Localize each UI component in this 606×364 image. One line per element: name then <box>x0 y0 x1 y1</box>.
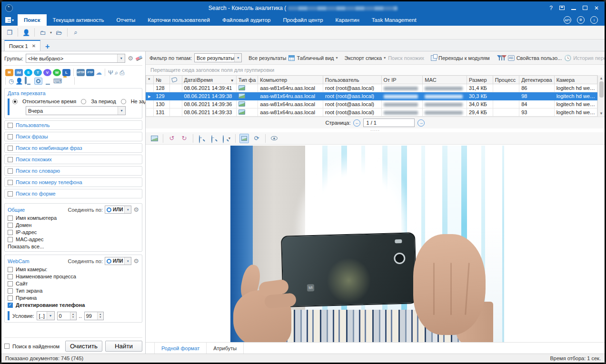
view-eye-icon[interactable] <box>269 134 279 143</box>
export-dropdown-caret[interactable]: ▾ <box>50 30 52 35</box>
device-search-icon[interactable]: ⌕ <box>115 69 118 76</box>
tab-quarantine[interactable]: Карантин <box>329 14 366 26</box>
mail-channel-icon[interactable]: ✉ <box>5 69 13 76</box>
col-row-indicator[interactable]: * <box>146 76 154 84</box>
ftp-channel-icon[interactable]: FTP <box>86 69 94 76</box>
http-channel-icon[interactable]: HTTP <box>77 69 85 76</box>
common-join-select[interactable]: ИЛИ▾ <box>105 206 131 214</box>
condition-operator-select[interactable]: [..]▾ <box>37 311 55 320</box>
webcam-settings-icon[interactable]: ⚙ <box>133 257 139 265</box>
zoom-out-icon[interactable]: − <box>209 134 219 143</box>
checkbox[interactable] <box>8 180 13 185</box>
keyboard-capture-icon[interactable]: ⌨ <box>53 78 62 84</box>
relative-time-select[interactable]: Вчера▾ <box>26 106 126 115</box>
tab-attributes[interactable]: Атрибуты <box>207 343 244 354</box>
zoom-level-dropdown[interactable]: ▾ <box>222 134 231 143</box>
col-from-ip[interactable]: От IP <box>381 76 423 84</box>
checkbox[interactable] <box>8 123 13 128</box>
tab-task-management[interactable]: Task Management <box>366 14 423 26</box>
files-capture-icon[interactable] <box>63 78 71 85</box>
program-time-icon[interactable]: ◷ <box>9 78 14 84</box>
im-channel-icon[interactable]: IM <box>15 69 23 76</box>
checkbox[interactable] <box>8 157 13 162</box>
tab-user-cards[interactable]: Карточки пользователей <box>141 14 216 26</box>
col-user[interactable]: Пользователь <box>323 76 381 84</box>
user-search-icon[interactable]: 👤 <box>21 28 31 37</box>
checkbox-ip-address[interactable] <box>8 230 13 235</box>
groups-select[interactable]: <Не выбрано>▾ <box>26 54 126 63</box>
tab-native-format[interactable]: Родной формат <box>154 343 207 354</box>
all-results-button[interactable]: Все результаты <box>248 55 286 61</box>
checkbox-search-in-found[interactable] <box>4 344 10 349</box>
radio-relative-time[interactable] <box>12 99 18 104</box>
col-num[interactable]: № <box>154 76 170 84</box>
restore-button[interactable] <box>583 6 587 10</box>
filter-user[interactable]: Пользователь <box>4 120 142 130</box>
filter-phrase-combination[interactable]: Поиск по комбинации фраз <box>4 143 142 153</box>
help-button[interactable]: ? <box>549 5 553 11</box>
add-tab-button[interactable]: + <box>40 42 54 51</box>
app-menu-button[interactable]: ▾ <box>1 14 18 26</box>
modules-transition-button[interactable]: Переходы к модулям <box>431 55 490 61</box>
filter-dictionary[interactable]: Поиск по словарю <box>4 166 142 176</box>
checkbox-domain[interactable] <box>8 223 13 228</box>
tab-file-auditor[interactable]: Файловый аудитор <box>216 14 277 26</box>
pin-to-screen-button[interactable] <box>559 6 565 10</box>
col-filetype[interactable]: Тип фа <box>236 76 258 84</box>
checkbox-computer-name[interactable] <box>8 216 13 221</box>
common-settings-icon[interactable]: ⚙ <box>133 206 139 213</box>
checkbox-screen-type[interactable] <box>8 288 13 294</box>
services-icon[interactable]: ⚙ <box>577 16 585 24</box>
rotate-right-icon[interactable]: ↻ <box>179 134 189 143</box>
table-row[interactable]: 130 08.06.2021 14:39:36 aas-w81x64ru.aas… <box>146 100 597 108</box>
checkbox-reason[interactable] <box>8 295 13 301</box>
next-page-button[interactable]: → <box>417 119 425 127</box>
tab-search[interactable]: Поиск <box>18 14 47 26</box>
checkbox[interactable] <box>8 134 13 139</box>
close-tab-icon[interactable]: ✕ <box>32 43 36 49</box>
type-filter-select[interactable]: Все результаты▾ <box>194 53 242 62</box>
checkbox[interactable] <box>8 191 13 197</box>
condition-to-stepper[interactable]: 99▲▼ <box>84 312 104 320</box>
col-camera[interactable]: Камера <box>554 76 597 84</box>
col-date[interactable]: Дата\Время▼ <box>182 76 236 84</box>
api-icon[interactable]: API <box>564 16 571 24</box>
col-tag[interactable] <box>170 76 182 84</box>
table-row[interactable]: 131 08.06.2021 14:39:33 aas-w81x64ru.aas… <box>146 108 597 117</box>
viber-channel-icon[interactable]: V <box>43 69 51 76</box>
webcam-join-select[interactable]: ИЛИ▾ <box>105 257 131 265</box>
fit-to-window-icon[interactable] <box>239 134 249 143</box>
cloud-channel-icon[interactable]: ☁ <box>96 69 102 76</box>
col-computer[interactable]: Компьютер <box>258 76 323 84</box>
filter-similar[interactable]: Поиск похожих <box>4 155 142 164</box>
import-search-icon[interactable]: 🗁 <box>54 28 64 37</box>
checkbox-process-name[interactable] <box>8 274 13 279</box>
page-input[interactable]: 1 / 1 <box>363 118 415 127</box>
checkbox-phone-detection[interactable] <box>8 303 13 308</box>
col-detect[interactable]: Детектирова <box>519 76 555 84</box>
show-all-link[interactable]: Показать все... <box>8 244 139 249</box>
microphone-capture-icon[interactable] <box>44 78 52 85</box>
webcam-capture-icon[interactable] <box>34 78 42 85</box>
printer-icon[interactable]: ⎙ <box>119 69 124 76</box>
splitter-handle[interactable]: ····· <box>146 128 605 132</box>
clear-groups-icon[interactable] <box>135 55 143 61</box>
col-mac[interactable]: MAC <box>423 76 467 84</box>
user-properties-button[interactable]: АБСвойства пользо... <box>508 55 562 61</box>
checkbox-site[interactable] <box>8 281 13 286</box>
table-row-selected[interactable]: ▸129 08.06.2021 14:39:38 aas-w81x64ru.aa… <box>146 92 597 100</box>
groups-settings-icon[interactable]: ⚙ <box>128 55 133 62</box>
table-view-button[interactable]: Табличный вид▾ <box>288 55 338 61</box>
whatsapp-channel-icon[interactable]: W <box>53 69 61 76</box>
close-button[interactable]: ✕ <box>594 5 599 11</box>
user-activity-icon[interactable]: 👤 <box>15 78 23 84</box>
reload-image-icon[interactable]: ⟳ <box>252 134 261 143</box>
search-tab-1[interactable]: Поиск 1 ✕ <box>4 40 40 51</box>
scroll-up-icon[interactable]: ▲ <box>599 75 603 81</box>
skype-channel-icon[interactable]: S <box>24 69 32 76</box>
lync-channel-icon[interactable]: L <box>62 69 70 76</box>
checkbox-camera-name[interactable] <box>8 267 13 272</box>
filter-phrase[interactable]: Поиск фразы <box>4 132 142 141</box>
prev-page-button[interactable]: ← <box>353 119 360 127</box>
tab-current-activity[interactable]: Текущая активность <box>47 14 110 26</box>
